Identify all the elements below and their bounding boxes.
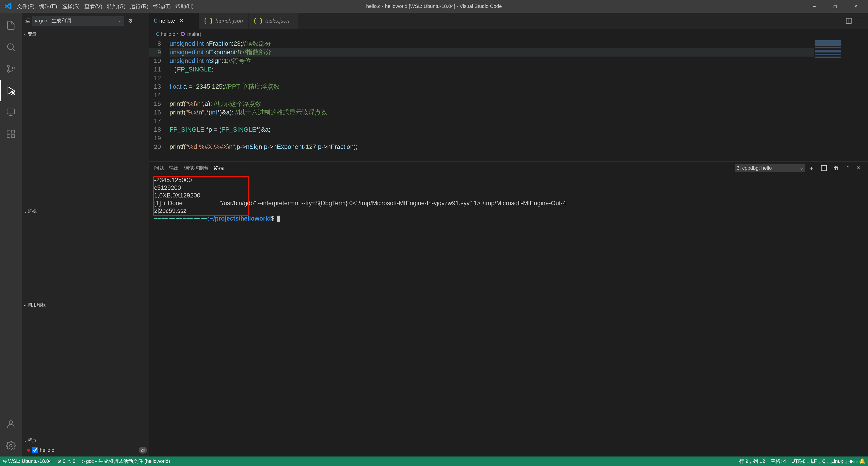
editor-tab[interactable]: { } launch.json: [199, 13, 249, 29]
svg-rect-6: [7, 130, 10, 133]
menu-item[interactable]: 查看(V): [83, 2, 104, 11]
breadcrumb[interactable]: C hello.c › 🞇 main(): [149, 29, 868, 39]
menu-item[interactable]: 帮助(H): [174, 2, 195, 11]
source-control-icon[interactable]: [0, 58, 22, 80]
tab-label: tasks.json: [265, 18, 289, 24]
split-terminal-icon[interactable]: [818, 163, 830, 173]
tab-label: hello.c: [159, 18, 175, 24]
svg-point-10: [9, 420, 13, 424]
file-type-icon: { }: [253, 18, 263, 24]
more-icon[interactable]: ⋯: [856, 16, 866, 25]
extensions-icon[interactable]: [0, 123, 22, 145]
minimize-button[interactable]: ━: [804, 0, 825, 13]
run-label: 运: [25, 18, 30, 24]
sidebar: 运 ▶ gcc - 生成和调 ⌵ ⚙ ⋯ ⌄变量 ⌄监视 ⌄调用堆栈 ⌄断点: [22, 13, 149, 457]
window-title: hello.c - helloworld [WSL: Ubuntu-18.04]…: [366, 3, 502, 9]
editor-area: C hello.c ✕{ } launch.json { } tasks.jso…: [149, 13, 868, 457]
svg-point-3: [12, 67, 14, 69]
chevron-down-icon: ⌵: [800, 165, 803, 171]
panel-tab[interactable]: 终端: [214, 163, 224, 173]
more-icon[interactable]: ⋯: [136, 17, 146, 25]
close-tab-icon[interactable]: ✕: [180, 18, 184, 24]
section-breakpoints[interactable]: ⌄断点: [22, 435, 149, 445]
section-watch[interactable]: ⌄监视: [22, 206, 149, 216]
maximize-panel-icon[interactable]: ⌃: [843, 164, 852, 173]
close-panel-icon[interactable]: ✕: [854, 164, 863, 173]
search-icon[interactable]: [0, 36, 22, 58]
svg-rect-9: [12, 135, 15, 138]
svg-point-1: [7, 65, 9, 67]
encoding[interactable]: UTF-8: [789, 457, 808, 466]
remote-icon: ⇋: [3, 458, 7, 464]
tab-label: launch.json: [215, 18, 243, 24]
remote-explorer-icon[interactable]: [0, 101, 22, 123]
terminal-dropdown[interactable]: 3: cppdbg: hello ⌵: [735, 164, 805, 172]
chevron-down-icon: ⌄: [23, 302, 28, 308]
file-type-icon: C: [154, 18, 157, 24]
svg-rect-5: [7, 109, 15, 114]
explorer-icon[interactable]: [0, 14, 22, 36]
svg-point-2: [7, 70, 9, 72]
problems-indicator[interactable]: ⊗0 ⚠0: [55, 457, 78, 466]
chevron-down-icon: ⌄: [23, 31, 28, 37]
code-editor[interactable]: 891011121314151617181920 unsigned int nF…: [149, 39, 868, 162]
feedback-icon[interactable]: ☻: [846, 457, 857, 466]
breakpoint-dot-icon: [27, 448, 30, 452]
split-editor-icon[interactable]: [843, 16, 855, 26]
app-logo: [4, 3, 12, 10]
menu-item[interactable]: 转到(G): [105, 2, 127, 11]
menu-item[interactable]: 终端(T): [151, 2, 173, 11]
panel-tab[interactable]: 调试控制台: [184, 163, 209, 173]
breakpoint-checkbox[interactable]: [32, 447, 38, 453]
indentation[interactable]: 空格: 4: [768, 457, 789, 466]
editor-tab[interactable]: { } tasks.json: [249, 13, 298, 29]
chevron-down-icon: ⌵: [119, 19, 121, 23]
new-terminal-icon[interactable]: ＋: [807, 163, 816, 173]
menu-item[interactable]: 运行(R): [128, 2, 150, 11]
minimap[interactable]: [814, 39, 868, 162]
play-icon: ▶: [35, 19, 38, 23]
gear-icon[interactable]: ⚙: [126, 17, 135, 25]
activity-bar: [0, 13, 22, 457]
run-debug-icon[interactable]: [0, 80, 22, 101]
breakpoint-item[interactable]: hello.c 20: [22, 445, 149, 455]
terminal-line: 2j2pc59.ssz": [154, 207, 863, 215]
section-callstack[interactable]: ⌄调用堆栈: [22, 300, 149, 310]
terminal-line: 1,0XB,0X129200: [154, 192, 863, 200]
status-bar: ⇋ WSL: Ubuntu-18.04 ⊗0 ⚠0 ▷ gcc - 生成和调试活…: [0, 457, 868, 466]
svg-point-11: [10, 444, 12, 447]
menu-item[interactable]: 编辑(E): [37, 2, 59, 11]
chevron-down-icon: ⌄: [23, 209, 28, 214]
chevron-down-icon: ⌄: [23, 437, 28, 443]
terminal-line: [1] + Done "/usr/bin/gdb" --interpreter=…: [154, 200, 863, 207]
terminal-line: c5129200: [154, 184, 863, 192]
symbol-icon: 🞇: [180, 31, 185, 37]
title-bar: 文件(F)编辑(E)选择(S)查看(V)转到(G)运行(R)终端(T)帮助(H)…: [0, 0, 868, 13]
build-task[interactable]: ▷ gcc - 生成和调试活动文件 (helloworld): [78, 457, 173, 466]
menu-item[interactable]: 选择(S): [60, 2, 82, 11]
panel-tab[interactable]: 问题: [154, 163, 164, 173]
menu-item[interactable]: 文件(F): [15, 2, 36, 11]
svg-rect-7: [12, 130, 15, 133]
close-window-button[interactable]: ✕: [845, 0, 866, 13]
launch-config-dropdown[interactable]: ▶ gcc - 生成和调 ⌵: [32, 16, 124, 26]
account-icon[interactable]: [0, 413, 22, 435]
eol[interactable]: LF: [808, 457, 819, 466]
section-variables[interactable]: ⌄变量: [22, 29, 149, 39]
maximize-button[interactable]: ◻: [825, 0, 845, 13]
play-icon: ▷: [81, 458, 85, 464]
settings-icon[interactable]: [0, 435, 22, 457]
kill-terminal-icon[interactable]: 🗑: [831, 164, 841, 173]
os-indicator[interactable]: Linux: [829, 457, 846, 466]
terminal-line: -2345.125000: [154, 177, 863, 184]
editor-tab[interactable]: C hello.c ✕: [149, 13, 199, 29]
terminal[interactable]: -2345.125000c51292001,0XB,0X129200[1] + …: [149, 174, 868, 457]
cursor-position[interactable]: 行 9，列 12: [737, 457, 768, 466]
panel-tab[interactable]: 输出: [169, 163, 179, 173]
language-mode[interactable]: C: [819, 457, 829, 466]
notification-icon[interactable]: 🔔: [857, 457, 868, 466]
svg-rect-8: [7, 135, 10, 138]
remote-indicator[interactable]: ⇋ WSL: Ubuntu-18.04: [0, 457, 55, 466]
svg-point-0: [7, 43, 13, 50]
panel: 问题输出调试控制台终端 3: cppdbg: hello ⌵ ＋ 🗑 ⌃ ✕: [149, 162, 868, 457]
